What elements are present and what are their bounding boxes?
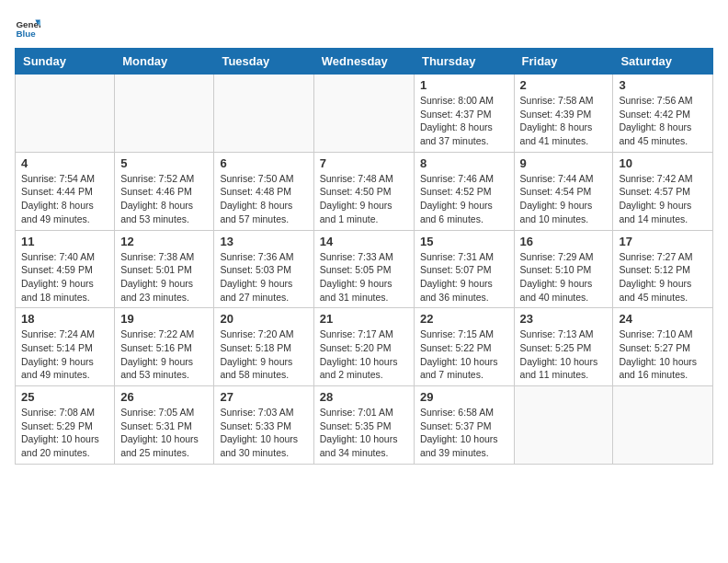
day-info: Sunrise: 7:40 AM Sunset: 4:59 PM Dayligh… (21, 250, 108, 304)
day-number: 3 (619, 78, 707, 92)
day-info: Sunrise: 7:31 AM Sunset: 5:07 PM Dayligh… (420, 250, 508, 304)
calendar-cell: 26Sunrise: 7:05 AM Sunset: 5:31 PM Dayli… (115, 386, 214, 465)
calendar-cell (514, 386, 613, 465)
day-info: Sunrise: 7:13 AM Sunset: 5:25 PM Dayligh… (520, 327, 608, 382)
calendar-cell: 4Sunrise: 7:54 AM Sunset: 4:44 PM Daylig… (16, 152, 115, 230)
day-info: Sunrise: 7:42 AM Sunset: 4:57 PM Dayligh… (619, 172, 707, 226)
calendar-cell: 1Sunrise: 8:00 AM Sunset: 4:37 PM Daylig… (414, 75, 514, 153)
svg-text:Blue: Blue (16, 29, 36, 39)
day-number: 14 (320, 235, 408, 248)
calendar-cell: 25Sunrise: 7:08 AM Sunset: 5:29 PM Dayli… (16, 386, 115, 465)
day-info: Sunrise: 6:58 AM Sunset: 5:37 PM Dayligh… (420, 406, 508, 460)
day-number: 1 (420, 78, 508, 92)
calendar-cell: 17Sunrise: 7:27 AM Sunset: 5:12 PM Dayli… (613, 230, 713, 308)
calendar-cell (16, 75, 115, 153)
calendar-cell: 5Sunrise: 7:52 AM Sunset: 4:46 PM Daylig… (115, 152, 214, 230)
day-number: 22 (420, 312, 508, 326)
calendar-week-0: 1Sunrise: 8:00 AM Sunset: 4:37 PM Daylig… (16, 75, 713, 153)
calendar-cell: 6Sunrise: 7:50 AM Sunset: 4:48 PM Daylig… (214, 152, 313, 230)
calendar-week-1: 4Sunrise: 7:54 AM Sunset: 4:44 PM Daylig… (16, 152, 713, 230)
calendar-cell: 15Sunrise: 7:31 AM Sunset: 5:07 PM Dayli… (414, 230, 514, 308)
day-number: 20 (220, 312, 307, 326)
calendar-cell (115, 75, 214, 153)
day-info: Sunrise: 7:01 AM Sunset: 5:35 PM Dayligh… (320, 406, 408, 460)
day-info: Sunrise: 7:29 AM Sunset: 5:10 PM Dayligh… (520, 250, 608, 304)
calendar-cell: 12Sunrise: 7:38 AM Sunset: 5:01 PM Dayli… (115, 230, 214, 308)
day-number: 8 (420, 156, 508, 170)
day-info: Sunrise: 7:20 AM Sunset: 5:18 PM Dayligh… (220, 327, 307, 382)
logo: General Blue (15, 15, 44, 40)
calendar-cell: 22Sunrise: 7:15 AM Sunset: 5:22 PM Dayli… (414, 308, 514, 386)
calendar-cell: 9Sunrise: 7:44 AM Sunset: 4:54 PM Daylig… (514, 152, 613, 230)
calendar-cell: 29Sunrise: 6:58 AM Sunset: 5:37 PM Dayli… (414, 386, 514, 465)
day-number: 10 (619, 156, 707, 170)
calendar-cell: 7Sunrise: 7:48 AM Sunset: 4:50 PM Daylig… (313, 152, 414, 230)
calendar-cell: 16Sunrise: 7:29 AM Sunset: 5:10 PM Dayli… (514, 230, 613, 308)
day-number: 9 (520, 156, 608, 170)
weekday-header-wednesday: Wednesday (313, 49, 414, 75)
day-info: Sunrise: 7:15 AM Sunset: 5:22 PM Dayligh… (420, 327, 508, 382)
calendar-cell: 21Sunrise: 7:17 AM Sunset: 5:20 PM Dayli… (313, 308, 414, 386)
day-number: 19 (120, 312, 208, 326)
day-info: Sunrise: 7:52 AM Sunset: 4:46 PM Dayligh… (120, 172, 208, 226)
day-number: 5 (120, 156, 208, 170)
day-number: 15 (420, 235, 508, 248)
day-number: 28 (320, 390, 408, 404)
day-info: Sunrise: 7:03 AM Sunset: 5:33 PM Dayligh… (220, 406, 307, 460)
calendar-cell: 2Sunrise: 7:58 AM Sunset: 4:39 PM Daylig… (514, 75, 613, 153)
calendar-week-3: 18Sunrise: 7:24 AM Sunset: 5:14 PM Dayli… (16, 308, 713, 386)
logo-icon: General Blue (15, 15, 40, 40)
day-number: 7 (320, 156, 408, 170)
day-info: Sunrise: 7:46 AM Sunset: 4:52 PM Dayligh… (420, 172, 508, 226)
day-info: Sunrise: 7:27 AM Sunset: 5:12 PM Dayligh… (619, 250, 707, 304)
day-info: Sunrise: 7:38 AM Sunset: 5:01 PM Dayligh… (120, 250, 208, 304)
calendar-table: SundayMondayTuesdayWednesdayThursdayFrid… (15, 48, 713, 465)
day-number: 24 (619, 312, 707, 326)
calendar-header-row: SundayMondayTuesdayWednesdayThursdayFrid… (16, 49, 713, 75)
day-number: 16 (520, 235, 608, 248)
day-number: 13 (220, 235, 307, 248)
calendar-cell: 27Sunrise: 7:03 AM Sunset: 5:33 PM Dayli… (214, 386, 313, 465)
day-info: Sunrise: 7:54 AM Sunset: 4:44 PM Dayligh… (21, 172, 108, 226)
day-info: Sunrise: 7:10 AM Sunset: 5:27 PM Dayligh… (619, 327, 707, 382)
calendar-cell: 8Sunrise: 7:46 AM Sunset: 4:52 PM Daylig… (414, 152, 514, 230)
day-number: 27 (220, 390, 307, 404)
calendar-cell (214, 75, 313, 153)
day-info: Sunrise: 7:56 AM Sunset: 4:42 PM Dayligh… (619, 94, 707, 148)
day-info: Sunrise: 7:24 AM Sunset: 5:14 PM Dayligh… (21, 327, 108, 382)
calendar-week-4: 25Sunrise: 7:08 AM Sunset: 5:29 PM Dayli… (16, 386, 713, 465)
calendar-cell: 23Sunrise: 7:13 AM Sunset: 5:25 PM Dayli… (514, 308, 613, 386)
day-number: 11 (21, 235, 108, 248)
calendar-week-2: 11Sunrise: 7:40 AM Sunset: 4:59 PM Dayli… (16, 230, 713, 308)
day-info: Sunrise: 7:05 AM Sunset: 5:31 PM Dayligh… (120, 406, 208, 460)
day-number: 26 (120, 390, 208, 404)
calendar-cell: 13Sunrise: 7:36 AM Sunset: 5:03 PM Dayli… (214, 230, 313, 308)
weekday-header-sunday: Sunday (16, 49, 115, 75)
day-info: Sunrise: 7:58 AM Sunset: 4:39 PM Dayligh… (520, 94, 608, 148)
day-number: 6 (220, 156, 307, 170)
day-info: Sunrise: 7:33 AM Sunset: 5:05 PM Dayligh… (320, 250, 408, 304)
calendar-cell: 18Sunrise: 7:24 AM Sunset: 5:14 PM Dayli… (16, 308, 115, 386)
day-number: 2 (520, 78, 608, 92)
day-info: Sunrise: 7:48 AM Sunset: 4:50 PM Dayligh… (320, 172, 408, 226)
day-info: Sunrise: 7:50 AM Sunset: 4:48 PM Dayligh… (220, 172, 307, 226)
day-number: 12 (120, 235, 208, 248)
weekday-header-tuesday: Tuesday (214, 49, 313, 75)
calendar-cell: 10Sunrise: 7:42 AM Sunset: 4:57 PM Dayli… (613, 152, 713, 230)
weekday-header-saturday: Saturday (613, 49, 713, 75)
calendar-cell: 20Sunrise: 7:20 AM Sunset: 5:18 PM Dayli… (214, 308, 313, 386)
calendar-cell: 28Sunrise: 7:01 AM Sunset: 5:35 PM Dayli… (313, 386, 414, 465)
calendar-cell: 14Sunrise: 7:33 AM Sunset: 5:05 PM Dayli… (313, 230, 414, 308)
day-number: 4 (21, 156, 108, 170)
day-info: Sunrise: 7:17 AM Sunset: 5:20 PM Dayligh… (320, 327, 408, 382)
day-info: Sunrise: 7:44 AM Sunset: 4:54 PM Dayligh… (520, 172, 608, 226)
day-number: 18 (21, 312, 108, 326)
calendar-cell: 19Sunrise: 7:22 AM Sunset: 5:16 PM Dayli… (115, 308, 214, 386)
day-info: Sunrise: 7:36 AM Sunset: 5:03 PM Dayligh… (220, 250, 307, 304)
day-info: Sunrise: 7:08 AM Sunset: 5:29 PM Dayligh… (21, 406, 108, 460)
calendar-cell: 11Sunrise: 7:40 AM Sunset: 4:59 PM Dayli… (16, 230, 115, 308)
calendar-cell: 24Sunrise: 7:10 AM Sunset: 5:27 PM Dayli… (613, 308, 713, 386)
day-number: 17 (619, 235, 707, 248)
day-number: 25 (21, 390, 108, 404)
day-info: Sunrise: 7:22 AM Sunset: 5:16 PM Dayligh… (120, 327, 208, 382)
